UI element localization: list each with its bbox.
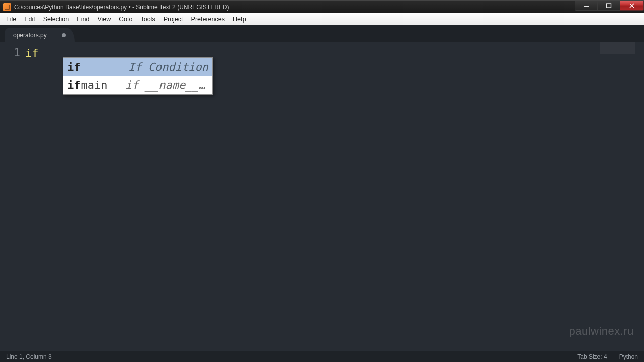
window-controls <box>575 1 644 13</box>
autocomplete-popup[interactable]: if If Condition if main if __name__ … <box>63 57 213 95</box>
menu-project[interactable]: Project <box>159 15 187 24</box>
maximize-icon <box>606 3 612 8</box>
autocomplete-item[interactable]: if If Condition <box>63 58 212 76</box>
scrollbar[interactable] <box>636 42 644 351</box>
gutter: 1 <box>0 42 25 351</box>
status-tab-size[interactable]: Tab Size: 4 <box>577 353 607 360</box>
trigger-bold: if <box>67 79 81 92</box>
svg-rect-1 <box>607 4 611 8</box>
minimap-viewport[interactable] <box>600 42 635 54</box>
menu-file[interactable]: File <box>2 15 20 24</box>
maximize-button[interactable] <box>597 1 620 11</box>
menu-tools[interactable]: Tools <box>136 15 159 24</box>
status-position[interactable]: Line 1, Column 3 <box>6 353 52 360</box>
app-icon <box>3 3 11 11</box>
statusbar: Line 1, Column 3 Tab Size: 4 Python <box>0 351 644 362</box>
window-title: G:\cources\Python Base\files\operators.p… <box>14 4 229 11</box>
menu-goto[interactable]: Goto <box>115 15 136 24</box>
menu-help[interactable]: Help <box>229 15 250 24</box>
description: If Condition <box>128 61 208 73</box>
code-area[interactable]: if if If Condition if main if __name__ … <box>25 42 644 351</box>
minimize-icon <box>583 3 589 8</box>
editor[interactable]: 1 if if If Condition if main if __name__… <box>0 42 644 351</box>
menubar: File Edit Selection Find View Goto Tools… <box>0 13 644 25</box>
close-button[interactable] <box>620 1 644 11</box>
dirty-indicator-icon <box>62 33 66 37</box>
menu-view[interactable]: View <box>93 15 115 24</box>
description: if __name__ … <box>125 79 208 92</box>
menu-preferences[interactable]: Preferences <box>187 15 229 24</box>
window-titlebar: G:\cources\Python Base\files\operators.p… <box>0 0 644 13</box>
keyword: if <box>25 47 39 59</box>
status-syntax[interactable]: Python <box>619 353 638 360</box>
svg-rect-0 <box>584 6 589 7</box>
menu-find[interactable]: Find <box>73 15 93 24</box>
trigger-bold: if <box>67 61 81 73</box>
minimize-button[interactable] <box>575 1 598 11</box>
tab-operators[interactable]: operators.py <box>5 28 75 42</box>
tab-strip: operators.py <box>0 25 644 42</box>
close-icon <box>629 3 635 8</box>
autocomplete-item[interactable]: if main if __name__ … <box>63 76 212 94</box>
trigger-rest: main <box>81 79 108 92</box>
tab-label: operators.py <box>13 32 47 39</box>
line-number: 1 <box>0 46 20 59</box>
menu-edit[interactable]: Edit <box>20 15 39 24</box>
menu-selection[interactable]: Selection <box>39 15 73 24</box>
